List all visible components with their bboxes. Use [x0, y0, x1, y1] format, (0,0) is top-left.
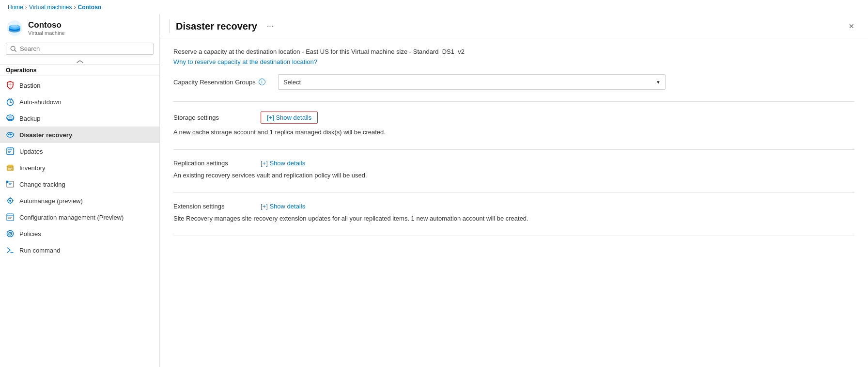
- inventory-icon: [6, 163, 15, 172]
- capacity-link[interactable]: Why to reserve capacity at the destinati…: [173, 58, 317, 65]
- svg-point-32: [9, 200, 11, 202]
- bastion-icon: [6, 81, 15, 90]
- sidebar-item-backup-label: Backup: [19, 115, 40, 122]
- divider-3: [173, 192, 854, 193]
- divider-2: [173, 149, 854, 150]
- sidebar-item-auto-shutdown-label: Auto-shutdown: [19, 98, 62, 106]
- crg-select[interactable]: Select: [278, 74, 666, 90]
- replication-show-details-button[interactable]: [+] Show details: [261, 160, 305, 167]
- sidebar-item-run-command-label: Run command: [19, 247, 61, 254]
- header-divider: [170, 19, 170, 33]
- storage-desc: A new cache storage account and 1 replic…: [173, 128, 854, 136]
- divider-1: [173, 101, 854, 102]
- sidebar-item-bastion[interactable]: Bastion: [0, 77, 159, 94]
- sidebar-item-inventory[interactable]: Inventory: [0, 160, 159, 176]
- sidebar-item-backup[interactable]: Backup: [0, 110, 159, 127]
- vm-icon: [6, 19, 23, 37]
- sidebar-item-disaster-recovery-label: Disaster recovery: [19, 131, 72, 139]
- divider-4: [173, 236, 854, 236]
- vm-type: Virtual machine: [28, 30, 65, 36]
- svg-point-18: [10, 134, 11, 136]
- main-content: Disaster recovery ··· ✕ Reserve a capaci…: [160, 15, 868, 367]
- extension-settings-label: Extension settings: [173, 203, 251, 210]
- search-input[interactable]: [20, 45, 149, 52]
- change-tracking-icon: [6, 180, 15, 189]
- sidebar-item-change-tracking-label: Change tracking: [19, 181, 65, 188]
- crg-label: Capacity Reservation Groups i: [173, 79, 270, 86]
- replication-desc: An existing recovery services vault and …: [173, 172, 854, 179]
- replication-settings-label: Replication settings: [173, 160, 251, 167]
- extension-desc: Site Recovery manages site recovery exte…: [173, 215, 854, 222]
- search-box[interactable]: [6, 43, 154, 55]
- breadcrumb: Home › Virtual machines › Contoso: [0, 0, 868, 15]
- svg-rect-24: [8, 165, 13, 167]
- svg-point-4: [11, 25, 18, 28]
- sidebar-item-config-mgmt-label: Configuration management (Preview): [19, 214, 124, 221]
- config-mgmt-icon: [6, 213, 15, 222]
- sidebar-item-disaster-recovery[interactable]: Disaster recovery: [0, 127, 159, 143]
- storage-show-details-button[interactable]: [+] Show details: [261, 112, 318, 124]
- sidebar-item-inventory-label: Inventory: [19, 164, 45, 172]
- crg-info-icon[interactable]: i: [259, 79, 265, 85]
- sidebar-section-label: Operations: [0, 65, 159, 76]
- sidebar-item-change-tracking[interactable]: Change tracking: [0, 176, 159, 192]
- disaster-recovery-icon: [6, 130, 15, 139]
- sidebar-item-updates-label: Updates: [19, 148, 43, 155]
- page-title: Disaster recovery: [176, 21, 257, 32]
- sidebar-item-updates[interactable]: Updates: [0, 143, 159, 160]
- sidebar: Contoso Virtual machine Operations: [0, 15, 160, 367]
- page-header: Disaster recovery ··· ✕: [160, 15, 868, 38]
- clock-icon: [6, 97, 15, 106]
- breadcrumb-current[interactable]: Contoso: [78, 4, 102, 11]
- breadcrumb-virtual-machines[interactable]: Virtual machines: [29, 4, 72, 11]
- svg-line-6: [15, 49, 16, 51]
- sidebar-header: Contoso Virtual machine: [0, 15, 159, 40]
- run-command-icon: [6, 246, 15, 255]
- svg-point-16: [8, 116, 12, 119]
- breadcrumb-home[interactable]: Home: [8, 4, 23, 11]
- updates-icon: [6, 147, 15, 156]
- sidebar-item-automanage[interactable]: Automanage (preview): [0, 192, 159, 209]
- sidebar-item-policies[interactable]: Policies: [0, 225, 159, 242]
- storage-settings-row: Storage settings [+] Show details: [173, 112, 854, 124]
- close-button[interactable]: ✕: [845, 20, 858, 32]
- storage-settings-section: Storage settings [+] Show details A new …: [173, 112, 854, 136]
- sidebar-item-automanage-label: Automanage (preview): [19, 197, 83, 205]
- extension-settings-row: Extension settings [+] Show details: [173, 203, 854, 210]
- scroll-indicator: [0, 59, 159, 65]
- main-scroll-area: Reserve a capacity at the destination lo…: [160, 38, 868, 367]
- automanage-icon: [6, 196, 15, 205]
- search-icon: [10, 46, 17, 52]
- vm-name: Contoso: [28, 20, 65, 30]
- svg-rect-30: [6, 181, 8, 183]
- policies-icon: [6, 229, 15, 238]
- crg-row: Capacity Reservation Groups i Select ▼: [173, 74, 854, 90]
- sidebar-item-policies-label: Policies: [19, 230, 41, 238]
- crg-select-wrapper: Select ▼: [278, 74, 666, 90]
- sidebar-nav: Bastion Auto-shutdown: [0, 77, 159, 367]
- storage-settings-label: Storage settings: [173, 114, 251, 121]
- header-ellipsis-menu[interactable]: ···: [267, 22, 273, 31]
- extension-settings-section: Extension settings [+] Show details Site…: [173, 203, 854, 222]
- sidebar-item-bastion-label: Bastion: [19, 82, 40, 89]
- backup-icon: [6, 114, 15, 123]
- replication-settings-section: Replication settings [+] Show details An…: [173, 160, 854, 179]
- capacity-text: Reserve a capacity at the destination lo…: [173, 48, 854, 55]
- extension-show-details-button[interactable]: [+] Show details: [261, 203, 305, 210]
- sidebar-item-run-command[interactable]: Run command: [0, 242, 159, 258]
- svg-point-43: [10, 233, 11, 234]
- sidebar-item-config-management[interactable]: Configuration management (Preview): [0, 209, 159, 225]
- replication-settings-row: Replication settings [+] Show details: [173, 160, 854, 167]
- sidebar-item-auto-shutdown[interactable]: Auto-shutdown: [0, 94, 159, 110]
